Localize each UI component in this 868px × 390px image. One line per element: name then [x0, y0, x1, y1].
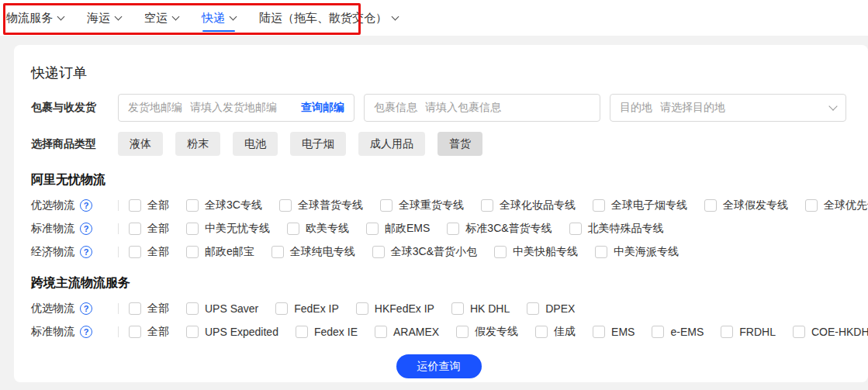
section-title: 阿里无忧物流 [31, 172, 846, 188]
help-icon[interactable]: ? [80, 302, 92, 315]
checkbox-item[interactable]: 全球重货专线 [380, 198, 464, 212]
checkbox-item[interactable]: 北美特殊品专线 [569, 222, 664, 236]
checkbox-label: FedEx IP [294, 302, 339, 315]
service-tier-label: 优选物流 [31, 198, 74, 212]
checkbox-item[interactable]: 全部 [129, 302, 169, 316]
rate-query-button[interactable]: 运价查询 [396, 354, 482, 378]
origin-zip-input[interactable]: 发货地邮编 请填入发货地邮编 查询邮编 [118, 94, 354, 122]
checkbox-item[interactable]: 全球假发专线 [704, 198, 788, 212]
checkbox-item[interactable]: COE-HKDHL [793, 326, 868, 338]
nav-tab[interactable]: 空运 [144, 11, 178, 26]
checkbox-item[interactable]: 佳成 [535, 325, 576, 339]
checkbox-item[interactable]: e-EMS [652, 326, 704, 338]
product-type-label: 选择商品类型 [31, 137, 118, 151]
package-info-placeholder: 请填入包裹信息 [425, 101, 501, 115]
product-type-button[interactable]: 电池 [233, 132, 278, 156]
checkbox-item[interactable]: 全球纯电专线 [271, 245, 355, 259]
product-type-button[interactable]: 粉末 [175, 132, 220, 156]
checkbox-item[interactable]: 邮政EMS [366, 222, 430, 236]
checkbox [275, 302, 288, 315]
checkbox-item[interactable]: FRDHL [721, 326, 776, 338]
origin-zip-prefix: 发货地邮编 [128, 101, 182, 115]
express-order-panel: 快递订单 包裹与收发货 发货地邮编 请填入发货地邮编 查询邮编 包裹信息 请填入… [14, 45, 868, 382]
product-type-button[interactable]: 电子烟 [290, 132, 346, 156]
checkbox-label: 全部 [147, 222, 169, 236]
divider [118, 247, 119, 257]
checkbox-item[interactable]: 欧美专线 [287, 222, 349, 236]
checkbox-label: 全球化妆品专线 [500, 198, 576, 212]
nav-tab[interactable]: 海运 [87, 11, 121, 26]
checkbox-item[interactable]: 全部 [129, 222, 169, 236]
checkbox-item[interactable]: HKFedEx IP [356, 302, 434, 315]
checkbox [447, 223, 459, 235]
chevron-down-icon [392, 12, 399, 20]
help-icon[interactable]: ? [80, 326, 92, 338]
checkbox-label: HK DHL [470, 302, 510, 315]
checkbox-item[interactable]: 标准3C&普货专线 [447, 222, 552, 236]
nav-tab[interactable]: 物流服务 [6, 11, 64, 26]
service-options: 全部 邮政e邮宝 全球纯电专线 全球3C&普货小包 中美快船专线 中美海派专线 [129, 245, 679, 259]
checkbox-item[interactable]: 全球优先专线 [805, 198, 868, 212]
product-type-button[interactable]: 液体 [118, 132, 163, 156]
help-icon[interactable]: ? [80, 199, 92, 212]
checkbox-item[interactable]: 全部 [129, 198, 169, 212]
checkbox-item[interactable]: 邮政e邮宝 [186, 245, 254, 259]
checkbox-item[interactable]: 全球化妆品专线 [481, 198, 576, 212]
checkbox [296, 326, 308, 338]
checkbox-label: 全球普货专线 [298, 198, 363, 212]
service-row: 优选物流 ? 全部 UPS Saver FedEx IP HKFedEx IP … [31, 302, 846, 316]
destination-select[interactable]: 目的地 请选择目的地 [610, 94, 846, 122]
service-options: 全部 UPS Expedited Fedex IE ARAMEX 假发专线 佳成… [129, 325, 868, 339]
nav-tab[interactable]: 陆运（拖车、散货交仓） [259, 11, 398, 26]
checkbox-item[interactable]: EMS [593, 326, 635, 338]
divider [118, 200, 119, 211]
checkbox-item[interactable]: 全球普货专线 [279, 198, 363, 212]
checkbox [366, 223, 379, 235]
checkbox-item[interactable]: 全部 [129, 245, 169, 259]
product-type-button[interactable]: 成人用品 [358, 132, 425, 156]
checkbox-label: FRDHL [739, 326, 776, 338]
checkbox-label: DPEX [545, 302, 575, 315]
page-title: 快递订单 [31, 64, 846, 82]
checkbox-item[interactable]: 中美快船专线 [494, 245, 578, 259]
checkbox-item[interactable]: UPS Saver [186, 302, 258, 315]
product-type-button[interactable]: 普货 [437, 132, 482, 156]
checkbox-item[interactable]: ARAMEX [375, 326, 439, 338]
nav-tab[interactable]: 快递 [202, 11, 236, 26]
service-options: 全部 中美无忧专线 欧美专线 邮政EMS 标准3C&普货专线 北美特殊品专线 [129, 222, 664, 236]
checkbox-item[interactable]: 假发专线 [456, 325, 518, 339]
checkbox-label: COE-HKDHL [811, 326, 868, 338]
package-info-input[interactable]: 包裹信息 请填入包裹信息 [364, 94, 600, 122]
checkbox-item[interactable]: 中美无忧专线 [186, 222, 270, 236]
checkbox-label: 假发专线 [475, 325, 518, 339]
checkbox-label: 标准3C&普货专线 [465, 222, 552, 236]
checkbox-label: 全部 [147, 325, 169, 339]
checkbox-item[interactable]: FedEx IP [275, 302, 339, 315]
product-type-row: 选择商品类型 液体粉末电池电子烟成人用品普货 [31, 132, 846, 156]
checkbox-item[interactable]: 全部 [129, 325, 169, 339]
checkbox-label: 北美特殊品专线 [588, 222, 664, 236]
checkbox-item[interactable]: 全球电子烟专线 [593, 198, 687, 212]
checkbox [186, 199, 199, 212]
checkbox [129, 302, 141, 315]
checkbox-item[interactable]: 中美海派专线 [595, 245, 679, 259]
checkbox [186, 223, 199, 235]
checkbox-label: 全球重货专线 [399, 198, 464, 212]
help-icon[interactable]: ? [80, 223, 92, 235]
help-icon[interactable]: ? [80, 246, 92, 258]
checkbox-item[interactable]: UPS Expedited [186, 326, 278, 338]
origin-zip-placeholder: 请填入发货地邮编 [190, 101, 277, 115]
checkbox-item[interactable]: DPEX [527, 302, 575, 315]
zip-lookup-link[interactable]: 查询邮编 [301, 101, 344, 115]
checkbox-item[interactable]: 全球3C专线 [186, 198, 262, 212]
checkbox-label: EMS [611, 326, 635, 338]
logistics-section: 跨境主流物流服务 优选物流 ? 全部 UPS Saver FedEx IP HK… [31, 275, 846, 339]
service-row-head: 标准物流 ? [31, 222, 118, 236]
checkbox-label: 全球3C&普货小包 [391, 245, 477, 259]
checkbox-item[interactable]: 全球3C&普货小包 [372, 245, 477, 259]
checkbox-item[interactable]: Fedex IE [296, 326, 358, 338]
checkbox [527, 302, 539, 315]
destination-prefix: 目的地 [620, 101, 652, 115]
nav-tab-label: 物流服务 [6, 11, 53, 26]
checkbox-item[interactable]: HK DHL [451, 302, 510, 315]
